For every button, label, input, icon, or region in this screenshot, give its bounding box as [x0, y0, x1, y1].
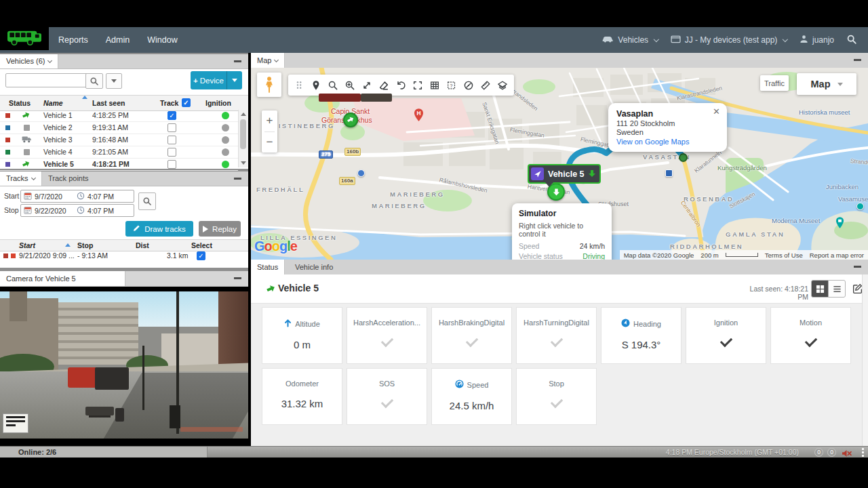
minimize-button[interactable]	[234, 60, 241, 62]
col-start[interactable]: Start	[19, 240, 35, 251]
col-ignition[interactable]: Ignition	[205, 96, 231, 110]
col-dist[interactable]: Dist	[136, 240, 149, 251]
stop-time-value[interactable]: 4:07 PM	[87, 207, 114, 215]
tab-camera[interactable]: Camera for Vehicle 5	[0, 271, 125, 286]
menu-window[interactable]: Window	[147, 27, 177, 53]
tab-vehicle-info[interactable]: Vehicle info	[289, 260, 339, 274]
pin-icon[interactable]	[311, 80, 321, 91]
zoom-in-button[interactable]: +	[262, 110, 277, 131]
track-select-checkbox[interactable]: ✓	[197, 251, 205, 260]
search-icon[interactable]	[846, 34, 857, 47]
mute-icon[interactable]	[842, 448, 852, 460]
app-logo[interactable]	[0, 27, 49, 50]
vehicle-map-label[interactable]: Vehicle 5	[528, 164, 601, 184]
app-dropdown[interactable]: JJ - My devices (test app)	[671, 35, 787, 45]
ruler-icon[interactable]	[480, 80, 491, 91]
list-view-button[interactable]	[828, 280, 846, 298]
table-row[interactable]: Vehicle 39:16:48 AM	[0, 134, 238, 146]
replay-button[interactable]: Replay	[199, 221, 241, 237]
status-scrollbar[interactable]	[862, 274, 868, 446]
minimize-button[interactable]	[854, 266, 861, 268]
map-canvas[interactable]: KRISTINEBERGFREDHÄLLMARIEBERGMARIEBERGLI…	[251, 68, 868, 260]
undo-icon[interactable]	[395, 80, 406, 91]
vehicle-filter-dropdown[interactable]	[106, 73, 122, 89]
traffic-button[interactable]: Traffic	[760, 75, 789, 91]
layers-icon[interactable]	[497, 80, 508, 91]
notification-badge[interactable]: 0	[827, 448, 836, 457]
search-icon[interactable]	[328, 80, 338, 91]
vehicle-search-input[interactable]	[5, 73, 88, 87]
pegman-button[interactable]	[257, 73, 281, 97]
grid-icon[interactable]	[429, 80, 440, 91]
selection-icon[interactable]	[412, 80, 423, 91]
vehicles-dropdown[interactable]: Vehicles	[601, 35, 658, 45]
report-error-link[interactable]: Report a map error	[810, 251, 864, 259]
status-card-ignition[interactable]: Ignition	[686, 307, 766, 364]
terms-link[interactable]: Terms of Use	[765, 251, 803, 259]
status-card-harshacceleration[interactable]: HarshAcceleration...	[347, 307, 427, 364]
status-card-odometer[interactable]: Odometer31.32 km	[262, 368, 342, 425]
status-card-harshturningdigital[interactable]: HarshTurningDigital	[516, 307, 597, 364]
status-card-harshbrakingdigital[interactable]: HarshBrakingDigital	[431, 307, 512, 364]
zoom-in-icon[interactable]	[344, 80, 355, 91]
tab-tracks[interactable]: Tracks	[0, 171, 42, 186]
vehicles-scrollbar[interactable]	[238, 110, 248, 167]
status-card-stop[interactable]: Stop	[516, 368, 597, 425]
grid-view-button[interactable]	[811, 280, 829, 298]
col-track[interactable]: Track	[160, 96, 178, 110]
start-date-value[interactable]: 9/7/2020	[35, 192, 74, 201]
zoom-out-button[interactable]: −	[262, 132, 277, 153]
track-checkbox[interactable]	[167, 123, 176, 132]
vehicle-search-button[interactable]	[85, 73, 103, 89]
track-checkbox[interactable]: ✓	[167, 111, 176, 120]
map-type-dropdown[interactable]: Map	[797, 73, 856, 95]
table-row[interactable]: Vehicle 14:18:25 PM✓	[0, 110, 238, 122]
route-start-marker[interactable]	[343, 113, 358, 127]
draw-tracks-button[interactable]: Draw tracks	[125, 221, 193, 237]
route-end-marker[interactable]	[679, 153, 688, 162]
table-row[interactable]: Vehicle 49:21:05 AM	[0, 146, 238, 159]
add-device-button[interactable]: +Device	[191, 71, 226, 89]
scroll-down-icon[interactable]	[241, 161, 246, 165]
stop-datetime-field[interactable]: 9/22/2020 4:07 PM	[20, 204, 134, 217]
tab-track-points[interactable]: Track points	[42, 171, 95, 186]
track-all-checkbox[interactable]: ✓	[182, 98, 191, 107]
col-status[interactable]: Status	[9, 96, 31, 110]
track-checkbox[interactable]	[167, 148, 176, 157]
track-checkbox[interactable]	[167, 136, 176, 144]
statusbar-menu-icon[interactable]	[862, 448, 864, 457]
user-menu[interactable]: juanjo	[800, 35, 834, 45]
col-name[interactable]: Name	[43, 96, 63, 110]
minimize-button[interactable]	[854, 59, 861, 61]
eraser-icon[interactable]	[378, 80, 389, 91]
tab-map[interactable]: Map	[251, 53, 285, 68]
status-card-speed[interactable]: Speed24.5 km/h	[431, 368, 512, 425]
menu-admin[interactable]: Admin	[106, 27, 130, 53]
tracks-search-button[interactable]	[138, 192, 156, 210]
popup-link[interactable]: View on Google Maps	[616, 138, 719, 146]
col-last-seen[interactable]: Last seen	[92, 96, 125, 110]
status-card-heading[interactable]: HeadingS 194.3°	[601, 307, 682, 364]
status-card-motion[interactable]: Motion	[770, 307, 851, 364]
expand-icon[interactable]	[361, 80, 372, 91]
grip-icon[interactable]	[294, 80, 304, 90]
col-stop[interactable]: Stop	[77, 240, 93, 251]
tab-status[interactable]: Status	[251, 260, 285, 274]
select-area-icon[interactable]: ?	[446, 80, 457, 91]
track-checkbox[interactable]	[167, 160, 176, 169]
minimize-button[interactable]	[234, 277, 241, 279]
track-row[interactable]: 9/21/2020 9:09 ... - 9:13 AM 3.1 km ✓	[0, 250, 248, 262]
status-card-altitude[interactable]: Altitude0 m	[262, 307, 342, 364]
table-row[interactable]: Vehicle 29:19:31 AM	[0, 122, 238, 134]
add-device-dropdown[interactable]	[226, 71, 242, 89]
col-select[interactable]: Select	[191, 240, 212, 251]
notification-badge[interactable]: 0	[814, 448, 823, 457]
start-datetime-field[interactable]: 9/7/2020 4:07 PM	[20, 190, 134, 203]
close-icon[interactable]: ✕	[713, 107, 720, 116]
stop-date-value[interactable]: 9/22/2020	[35, 207, 74, 215]
start-time-value[interactable]: 4:07 PM	[87, 192, 114, 201]
table-row[interactable]: Vehicle 54:18:21 PM	[0, 159, 238, 171]
minimize-button[interactable]	[234, 178, 241, 180]
menu-reports[interactable]: Reports	[58, 27, 88, 53]
scrollbar-thumb[interactable]	[240, 119, 246, 149]
